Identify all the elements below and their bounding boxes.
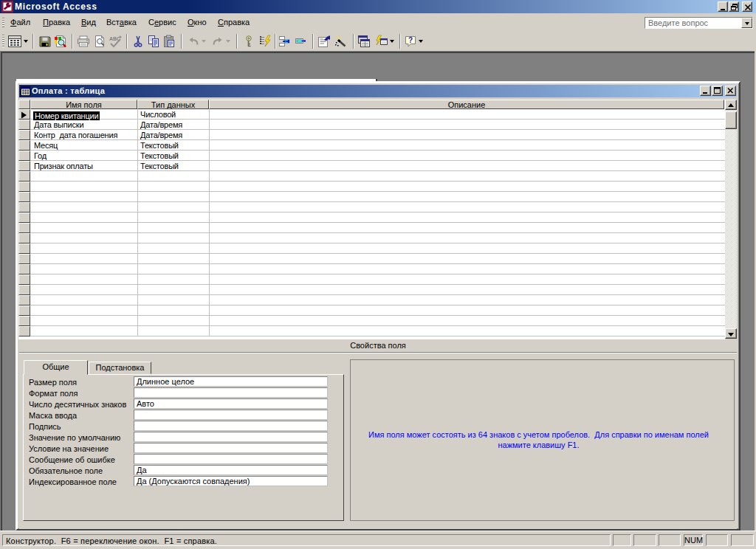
svg-text:?: ? <box>408 36 413 44</box>
